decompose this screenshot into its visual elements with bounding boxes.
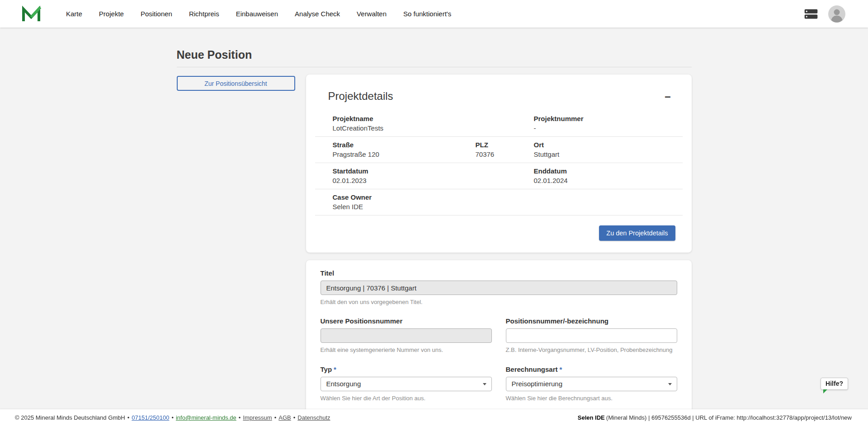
nav-item-verwalten[interactable]: Verwalten (357, 10, 387, 18)
titel-input (321, 281, 677, 295)
phone-link[interactable]: 07151/250100 (132, 414, 169, 421)
project-card-actions: Zu den Projektdetails (306, 215, 692, 241)
project-detail-rows: Projektname LotCreationTests Projektnumm… (315, 111, 683, 215)
field-label: Case Owner (333, 193, 683, 201)
separator-dot: • (239, 414, 241, 421)
titel-helper: Erhält den von uns vorgegebenen Titel. (321, 299, 677, 305)
detail-row: Startdatum 02.01.2023 Enddatum 02.01.202… (315, 163, 683, 189)
detail-row: Straße Pragstraße 120 PLZ 70376 Ort Stut… (315, 137, 683, 163)
berechnungsart-label: Berechnungsart* (506, 365, 677, 373)
separator-dot: • (293, 414, 296, 421)
nav-item-positionen[interactable]: Positionen (141, 10, 172, 18)
impressum-link[interactable]: Impressum (243, 414, 272, 421)
field-startdatum: Startdatum 02.01.2023 (333, 167, 534, 184)
field-ort: Ort Stuttgart (534, 141, 683, 158)
field-projektnummer: Projektnummer - (534, 115, 683, 132)
unsere-positionsnummer-field: Unsere Positionsnummer Erhält eine syste… (321, 317, 492, 353)
field-label: Enddatum (534, 167, 683, 175)
collapse-button[interactable]: – (665, 91, 670, 102)
required-asterisk: * (560, 365, 562, 373)
navbar: Karte Projekte Positionen Richtpreis Ein… (0, 0, 868, 28)
field-value: 02.01.2023 (333, 177, 534, 184)
project-details-title: Projektdetails (328, 90, 393, 103)
typ-label-text: Typ (321, 365, 332, 373)
field-value: Stuttgart (534, 150, 683, 158)
positionsnummer-field: Positionsnummer/-bezeichnung Z.B. Intern… (506, 317, 677, 353)
typ-helper: Wählen Sie hier die Art der Position aus… (321, 395, 492, 402)
nav-item-einbauweisen[interactable]: Einbauweisen (236, 10, 278, 18)
field-value: Pragstraße 120 (333, 150, 476, 158)
main-nav: Karte Projekte Positionen Richtpreis Ein… (66, 10, 451, 18)
nav-item-karte[interactable]: Karte (66, 10, 82, 18)
help-bubble-tail-icon (823, 389, 827, 393)
navbar-right (804, 5, 845, 23)
field-value: Selen IDE (333, 203, 683, 211)
page-layout: Zur Positionsübersicht Projektdetails – … (177, 75, 692, 426)
detail-row: Projektname LotCreationTests Projektnumm… (315, 111, 683, 137)
positionsnummer-label: Positionsnummer/-bezeichnung (506, 317, 677, 325)
help-button[interactable]: Hilfe? (821, 378, 848, 390)
field-case-owner: Case Owner Selen IDE (333, 193, 683, 211)
nav-item-so-funktionierts[interactable]: So funktioniert's (403, 10, 451, 18)
footer-info: © 2025 Mineral Minds Deutschland GmbH • … (15, 414, 330, 421)
berechnungsart-select-value: Preisoptimierung (512, 380, 563, 388)
typ-select-value: Entsorgung (326, 380, 361, 388)
separator-dot: • (127, 414, 130, 421)
chevron-down-icon (668, 383, 672, 385)
main-content: Neue Position Zur Positionsübersicht Pro… (177, 28, 692, 426)
titel-label: Titel (321, 269, 677, 277)
left-column: Zur Positionsübersicht (177, 75, 306, 426)
positionsnummer-input[interactable] (506, 328, 677, 343)
detail-row: Case Owner Selen IDE (315, 189, 683, 215)
field-value: 02.01.2024 (534, 177, 683, 184)
field-value: - (534, 124, 683, 132)
logo-m-icon (21, 5, 41, 23)
field-value: LotCreationTests (333, 124, 534, 132)
agb-link[interactable]: AGB (278, 414, 291, 421)
positions-overview-button[interactable]: Zur Positionsübersicht (177, 76, 295, 91)
berechnungsart-select[interactable]: Preisoptimierung (506, 377, 677, 391)
titel-field: Titel Erhält den von uns vorgegebenen Ti… (321, 269, 677, 305)
footer: © 2025 Mineral Minds Deutschland GmbH • … (0, 409, 868, 426)
typ-label: Typ* (321, 365, 492, 373)
nav-item-analyse-check[interactable]: Analyse Check (295, 10, 340, 18)
field-label: PLZ (476, 141, 534, 149)
session-details: (Mineral Minds) | 69576255536d | URL of … (606, 414, 852, 421)
berechnungsart-field: Berechnungsart* Preisoptimierung Wählen … (506, 365, 677, 402)
chevron-down-icon (483, 383, 486, 385)
nav-item-richtpreis[interactable]: Richtpreis (189, 10, 219, 18)
field-label: Ort (534, 141, 683, 149)
user-avatar[interactable] (828, 5, 845, 23)
field-label: Projektname (333, 115, 534, 122)
title-divider (177, 67, 692, 67)
nav-item-projekte[interactable]: Projekte (99, 10, 124, 18)
mineral-minds-logo[interactable] (21, 5, 41, 23)
field-label: Projektnummer (534, 115, 683, 122)
field-value: 70376 (476, 150, 534, 158)
right-column: Projektdetails – Projektname LotCreation… (306, 75, 692, 426)
server-icon[interactable] (804, 8, 818, 20)
separator-dot: • (171, 414, 174, 421)
unsere-positionsnummer-label: Unsere Positionsnummer (321, 317, 492, 325)
positionsnummer-helper: Z.B. Interne-Vorgangsnummer, LV-Position… (506, 346, 677, 353)
required-asterisk: * (334, 365, 336, 373)
unsere-positionsnummer-input (321, 328, 492, 343)
berechnungsart-helper: Wählen Sie hier die Berechnungsart aus. (506, 395, 677, 402)
copyright-text: © 2025 Mineral Minds Deutschland GmbH (15, 414, 125, 421)
project-details-card: Projektdetails – Projektname LotCreation… (306, 75, 692, 253)
project-details-button[interactable]: Zu den Projektdetails (599, 225, 675, 241)
field-label: Straße (333, 141, 476, 149)
project-details-header: Projektdetails – (306, 75, 692, 111)
datenschutz-link[interactable]: Datenschutz (297, 414, 330, 421)
position-form-card: Titel Erhält den von uns vorgegebenen Ti… (306, 260, 692, 426)
field-projektname: Projektname LotCreationTests (333, 115, 534, 132)
page-title: Neue Position (177, 48, 692, 61)
typ-field: Typ* Entsorgung Wählen Sie hier die Art … (321, 365, 492, 402)
session-info: Selen IDE (Mineral Minds) | 69576255536d… (578, 414, 852, 421)
field-enddatum: Enddatum 02.01.2024 (534, 167, 683, 184)
email-link[interactable]: info@mineral-minds.de (176, 414, 236, 421)
separator-dot: • (274, 414, 277, 421)
typ-select[interactable]: Entsorgung (321, 377, 492, 391)
field-label: Startdatum (333, 167, 534, 175)
field-strasse: Straße Pragstraße 120 (333, 141, 476, 158)
